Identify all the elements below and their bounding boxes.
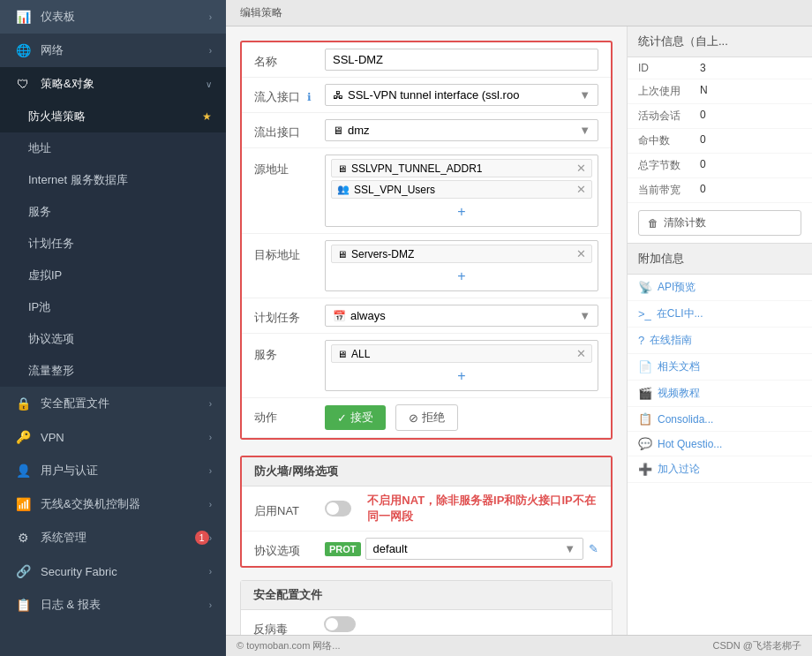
sidebar-item-firewall-policy[interactable]: 防火墙策略 ★ [0,101,226,132]
hot-questions-link[interactable]: 💬 Hot Questio... [628,432,812,456]
protocol-select[interactable]: default ▼ [365,538,583,560]
stats-value: N [700,84,708,99]
service-tags: 🖥 ALL ✕ + [325,340,598,391]
schedule-select[interactable]: 📅 always ▼ [325,305,598,327]
sidebar-item-label: 计划任务 [28,236,212,252]
source-tag-1: 🖥 SSLVPN_TUNNEL_ADDR1 ✕ [331,159,592,177]
sidebar-item-address[interactable]: 地址 [0,132,226,164]
bottom-left-text: © toymoban.com 网络... [237,639,341,652]
reject-button[interactable]: ⊘ 拒绝 [395,404,458,431]
service-label: 服务 [254,340,325,363]
tag-close-icon[interactable]: ✕ [576,183,586,196]
video-icon: 🎬 [638,387,652,400]
bottom-right-text: CSDN @飞塔老梆子 [713,639,801,652]
sidebar-item-label: 服务 [28,204,212,220]
sidebar-item-internet-service[interactable]: Internet 服务数据库 [0,164,226,196]
sidebar-item-user-auth[interactable]: 👤 用户与认证 › [0,454,226,487]
sidebar-item-label: VPN [41,431,209,444]
sidebar-item-vpn[interactable]: 🔑 VPN › [0,420,226,454]
link-label: API预览 [658,280,695,295]
tag-icon: 👥 [337,184,350,195]
dest-tag-1: 🖥 Servers-DMZ ✕ [331,245,592,263]
tag-icon: 🖥 [337,349,347,359]
outbound-select[interactable]: 🖥 dmz ▼ [325,119,598,141]
add-service-btn[interactable]: + [331,366,592,387]
sidebar-item-schedule[interactable]: 计划任务 [0,228,226,260]
form-panel: 名称 流入接口 ℹ 🖧 SSL-VPN tunnel interface (s [226,26,627,635]
plus-icon: ➕ [638,463,652,476]
chat-icon: 💬 [638,437,652,450]
add-source-btn[interactable]: + [331,201,592,222]
sidebar-item-label: 系统管理 [41,530,190,546]
add-dest-btn[interactable]: + [331,266,592,287]
name-label: 名称 [254,49,325,70]
tag-close-icon[interactable]: ✕ [576,247,586,260]
sidebar-item-traffic-shaping[interactable]: 流量整形 [0,355,226,387]
protocol-row: 协议选项 PROT default ▼ ✎ [242,532,611,566]
antivirus-toggle[interactable] [324,616,356,632]
sidebar-item-virtual-ip[interactable]: 虚拟IP [0,260,226,291]
consolidate-link[interactable]: 📋 Consolida... [628,407,812,432]
sidebar-item-log-report[interactable]: 📋 日志 & 报表 › [0,588,226,622]
bottom-bar: © toymoban.com 网络... CSDN @飞塔老梆子 [226,635,812,656]
cli-link[interactable]: >_ 在CLI中... [628,301,812,328]
sidebar-item-label: 防火墙策略 [28,109,197,124]
sidebar-item-wifi-switch[interactable]: 📶 无线&交换机控制器 › [0,487,226,521]
chevron-right-icon: › [209,46,212,56]
sidebar-item-label: 流量整形 [28,363,212,379]
sidebar-item-policy-objects[interactable]: 🛡 策略&对象 ∨ [0,67,226,101]
sidebar-item-dashboard[interactable]: 📊 仪表板 › [0,0,226,34]
source-control: 🖥 SSLVPN_TUNNEL_ADDR1 ✕ 👥 SSL_VPN_Users … [325,155,598,227]
tag-label: SSLVPN_TUNNEL_ADDR1 [351,162,571,175]
chevron-right-icon: › [209,600,212,610]
stats-row-hits: 命中数 0 [628,129,812,154]
stats-row-id: ID 3 [628,57,812,79]
inbound-row: 流入接口 ℹ 🖧 SSL-VPN tunnel interface (ssl.r… [242,78,611,113]
clear-counts-button[interactable]: 🗑 清除计数 [638,210,801,236]
sidebar-item-label: 协议选项 [28,331,212,347]
breadcrumb: 编辑策略 [226,0,812,26]
api-icon: 📡 [638,281,652,294]
network-icon: 🌐 [14,41,32,59]
dest-label: 目标地址 [254,240,325,263]
inbound-select[interactable]: 🖧 SSL-VPN tunnel interface (ssl.roo ▼ [325,84,598,106]
source-tags: 🖥 SSLVPN_TUNNEL_ADDR1 ✕ 👥 SSL_VPN_Users … [325,155,598,227]
related-docs-link[interactable]: 📄 相关文档 [628,354,812,381]
firewall-section: 防火墙/网络选项 启用NAT 不启用NAT，除非服务器IP和防火接口IP不在同一… [240,456,613,568]
sidebar-item-network[interactable]: 🌐 网络 › [0,34,226,67]
stats-label: 当前带宽 [638,183,700,198]
nat-row: 启用NAT 不启用NAT，除非服务器IP和防火接口IP不在同一网段 [242,486,611,532]
schedule-label: 计划任务 [254,305,325,326]
stats-value: 0 [700,183,706,198]
sidebar-item-security-fabric[interactable]: 🔗 Security Fabric › [0,554,226,588]
name-control [325,49,598,71]
tag-icon: 🖥 [337,249,347,260]
sidebar-item-label: 无线&交换机控制器 [41,496,209,512]
chevron-right-icon: › [209,466,212,476]
tag-close-icon[interactable]: ✕ [576,162,586,175]
prot-badge: PROT [325,542,361,556]
content-area: 名称 流入接口 ℹ 🖧 SSL-VPN tunnel interface (s [226,26,812,635]
sidebar-item-system-mgmt[interactable]: ⚙ 系统管理 1 › [0,521,226,554]
breadcrumb-text: 编辑策略 [240,6,282,19]
sidebar-item-ip-pool[interactable]: IP池 [0,291,226,323]
wifi-icon: 📶 [14,495,32,513]
schedule-row: 计划任务 📅 always ▼ [242,298,611,334]
edit-icon[interactable]: ✎ [589,542,598,555]
video-tutorials-link[interactable]: 🎬 视频教程 [628,381,812,407]
sidebar-item-service[interactable]: 服务 [0,196,226,228]
help-icon: ? [638,334,644,347]
api-preview-link[interactable]: 📡 API预览 [628,275,812,301]
tag-close-icon[interactable]: ✕ [576,347,586,360]
service-row: 服务 🖥 ALL ✕ + 访问内容不作限制 [242,334,611,398]
sidebar-item-security-profiles[interactable]: 🔒 安全配置文件 › [0,387,226,420]
nat-toggle[interactable] [325,501,351,517]
sidebar-item-protocol-options[interactable]: 协议选项 [0,323,226,355]
accept-button[interactable]: ✓ 接受 [325,405,386,430]
clipboard-icon: 📋 [638,412,652,426]
name-input[interactable] [325,49,598,71]
join-discussion-link[interactable]: ➕ 加入过论 [628,456,812,483]
chevron-right-icon: › [209,399,212,409]
chevron-right-icon: › [209,12,212,22]
online-guide-link[interactable]: ? 在线指南 [628,328,812,354]
